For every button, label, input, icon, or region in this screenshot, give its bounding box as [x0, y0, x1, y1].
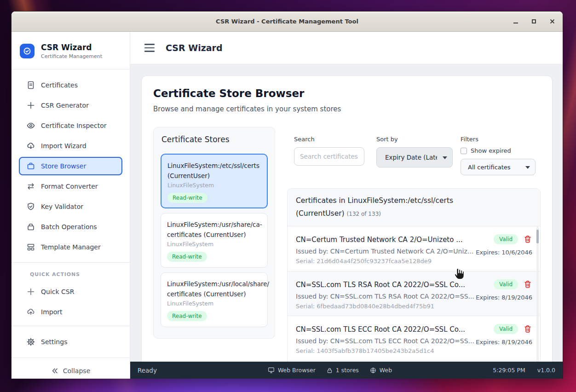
sidebar-item-label: Format Converter	[41, 183, 98, 190]
globe-icon	[370, 367, 376, 374]
sidebar-item-label: Store Browser	[41, 162, 86, 170]
chevron-down-icon	[525, 166, 530, 169]
file-text-icon	[26, 81, 35, 90]
store-card-usr-local-share-ca-certificates[interactable]: LinuxFileSystem:/usr/local/share/ certif…	[161, 272, 268, 327]
sidebar-item-import-wizard[interactable]: Import Wizard	[19, 137, 122, 155]
search-label: Search	[294, 136, 364, 143]
sidebar-nav: Certificates CSR Generator Certificate I…	[12, 69, 130, 258]
certificate-row-partial	[288, 360, 540, 362]
store-card-usr-share-ca-certificates[interactable]: LinuxFileSystem:/usr/share/ca- certifica…	[161, 213, 268, 268]
window-titlebar[interactable]: CSR Wizard - Certificate Management Tool	[12, 12, 563, 32]
collapse-sidebar-button[interactable]: Collapse	[12, 357, 130, 379]
app-title: CSR Wizard	[41, 43, 102, 52]
maximize-button[interactable]	[528, 16, 540, 27]
mouse-cursor	[452, 267, 466, 282]
certificate-row[interactable]: CN=Certum Trusted Network CA 2/O=Unizeto…	[288, 226, 540, 271]
status-bar: Ready Web Browser 1 stores	[130, 362, 563, 379]
desktop-background: CSR Wizard - Certificate Management Tool	[0, 0, 576, 392]
status-time: 5:29:05 PM	[493, 367, 525, 374]
app-logo	[20, 44, 35, 58]
quick-actions-header: QUICK ACTIONS	[30, 271, 130, 277]
header-title: CSR Wizard	[166, 43, 223, 53]
status-mode: Web	[370, 367, 392, 374]
certificate-row[interactable]: CN=SSL.com TLS ECC Root CA 2022/O=SSL Co…	[288, 316, 540, 360]
certificate-expiry: Expires: 8/19/2046	[476, 294, 532, 301]
trash-icon[interactable]	[524, 325, 531, 333]
main-header: CSR Wizard	[130, 32, 563, 64]
sidebar-item-label: Import Wizard	[41, 142, 86, 150]
scrollbar-track[interactable]	[536, 226, 539, 362]
minimize-icon	[513, 23, 518, 23]
badge-check-icon	[22, 46, 32, 56]
sidebar-item-template-manager[interactable]: Template Manager	[19, 238, 122, 256]
search-input[interactable]	[294, 147, 364, 166]
plus-icon	[26, 287, 35, 296]
trash-icon[interactable]	[524, 280, 531, 288]
sidebar-item-batch-operations[interactable]: Batch Operations	[19, 218, 122, 236]
sidebar-item-key-validator[interactable]: Key Validator	[19, 197, 122, 216]
sidebar-header: CSR Wizard Certificate Management	[12, 32, 130, 69]
sidebar-item-certificate-inspector[interactable]: Certificate Inspector	[19, 116, 122, 135]
cloud-upload-icon	[26, 307, 35, 317]
quick-action-quick-csr[interactable]: Quick CSR	[19, 282, 122, 301]
sidebar-item-label: CSR Generator	[41, 102, 89, 109]
sidebar-item-label: Certificates	[41, 81, 78, 89]
certificates-panel-header: Certificates in LinuxFileSystem:/etc/ssl…	[288, 189, 540, 226]
lock-icon	[327, 367, 333, 374]
access-badge: Read-write	[167, 311, 207, 321]
store-type: LinuxFileSystem	[167, 300, 261, 307]
minimize-button[interactable]	[510, 16, 521, 27]
close-button[interactable]	[547, 16, 558, 27]
sidebar-item-label: Settings	[41, 338, 67, 346]
toolbox-icon	[26, 222, 35, 231]
page-title: Certificate Store Browser	[153, 87, 541, 99]
certificate-serial: Serial: 6fbedaad73bd0840e28b4dbed4f75b91	[296, 303, 532, 310]
quick-action-import[interactable]: Import	[19, 303, 122, 321]
status-badge: Valid	[494, 279, 518, 289]
scrollbar-thumb[interactable]	[536, 230, 539, 243]
sidebar-item-store-browser[interactable]: Store Browser	[19, 157, 122, 175]
close-icon	[550, 19, 555, 24]
eye-icon	[26, 121, 35, 130]
status-browser: Web Browser	[268, 367, 316, 374]
certificate-filter-select[interactable]: All certificates	[461, 159, 536, 175]
status-stores: 1 stores	[327, 367, 359, 374]
status-badge: Valid	[494, 324, 518, 334]
menu-toggle-button[interactable]	[144, 44, 155, 52]
sidebar-item-csr-generator[interactable]: CSR Generator	[19, 96, 122, 115]
cloud-download-icon	[26, 141, 35, 150]
status-state: Ready	[138, 367, 268, 374]
store-card-etc-ssl-certs[interactable]: LinuxFileSystem:/etc/ssl/certs (CurrentU…	[161, 154, 268, 208]
store-name: LinuxFileSystem:/usr/share/ca- certifica…	[167, 219, 261, 240]
show-expired-label: Show expired	[471, 147, 511, 154]
certificate-row[interactable]: CN=SSL.com TLS RSA Root CA 2022/O=SSL Co…	[288, 271, 540, 316]
store-type: LinuxFileSystem	[167, 182, 261, 189]
status-version: v1.0.0	[537, 367, 555, 374]
chevron-down-icon	[443, 156, 447, 159]
filters-label: Filters	[461, 136, 536, 143]
filter-select-value: All certificates	[461, 164, 525, 171]
certificates-count: (132 of 133)	[347, 211, 381, 217]
sidebar-item-label: Batch Operations	[41, 223, 97, 231]
sidebar-item-label: Certificate Inspector	[41, 122, 106, 129]
sidebar: CSR Wizard Certificate Management Certif…	[12, 32, 130, 379]
double-chevron-left-icon	[51, 367, 58, 375]
store-type: LinuxFileSystem	[167, 241, 261, 248]
sidebar-item-settings[interactable]: Settings	[19, 333, 122, 351]
access-badge: Read-write	[167, 193, 207, 203]
swap-arrows-icon	[26, 182, 35, 191]
briefcase-icon	[26, 161, 35, 171]
sidebar-divider	[12, 262, 130, 263]
sort-select[interactable]: Expiry Date (Latest)	[376, 147, 453, 167]
monitor-icon	[268, 367, 275, 374]
show-expired-checkbox[interactable]	[461, 148, 467, 154]
layout-icon	[26, 242, 35, 252]
access-badge: Read-write	[167, 252, 207, 262]
sidebar-item-certificates[interactable]: Certificates	[19, 76, 122, 94]
app-window: CSR Wizard - Certificate Management Tool	[11, 11, 563, 379]
quick-action-label: Import	[41, 308, 62, 316]
certificate-serial: Serial: 21d6d04a4f250fc93237fcaa5e128de9	[296, 258, 532, 265]
quick-action-label: Quick CSR	[41, 288, 74, 295]
trash-icon[interactable]	[524, 235, 531, 243]
sidebar-item-format-converter[interactable]: Format Converter	[19, 177, 122, 196]
